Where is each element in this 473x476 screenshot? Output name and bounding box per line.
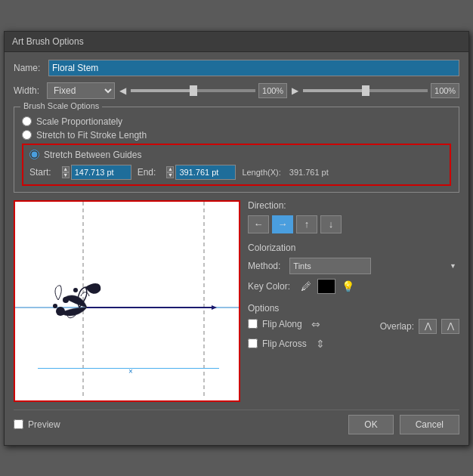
svg-point-10 xyxy=(53,304,57,308)
dir-btn-right[interactable]: → xyxy=(272,215,293,233)
title-text: Art Brush Options xyxy=(12,36,84,47)
radio-stretch-guides-input[interactable] xyxy=(29,150,39,159)
main-content: × xyxy=(14,200,459,402)
radio-stretch-guides-label[interactable]: Stretch Between Guides xyxy=(44,150,141,160)
start-spin-down[interactable]: ▼ xyxy=(62,172,70,178)
stretch-between-guides-box: Stretch Between Guides Start: ▲ ▼ End: xyxy=(22,144,451,186)
colorization-title: Colorization xyxy=(248,243,459,253)
key-color-swatch[interactable] xyxy=(317,279,335,294)
name-row: Name: xyxy=(14,60,459,76)
direction-section: Direction: ← → ↑ ↓ xyxy=(248,200,459,233)
width-slider2[interactable] xyxy=(303,89,428,92)
end-spinbox: ▲ ▼ xyxy=(166,165,236,180)
width-row: Width: Fixed Pressure Velocity Random ◀ … xyxy=(14,82,459,99)
method-row: Method: None Tints Tints and Shades Hue … xyxy=(248,258,459,274)
radio-scale-proportionately: Scale Proportionately xyxy=(22,116,451,127)
dir-btn-down[interactable]: ↓ xyxy=(320,215,342,233)
options-section: Options Flip Along ⇔ Overlap: ⋀ ⋀ xyxy=(248,303,459,354)
slider1-container xyxy=(131,89,255,92)
preview-checkbox[interactable] xyxy=(14,419,23,429)
slider1-thumb[interactable] xyxy=(190,85,197,96)
width-label: Width: xyxy=(14,85,39,96)
direction-label: Direction: xyxy=(248,200,459,211)
preview-area: × xyxy=(14,200,240,402)
cancel-button[interactable]: Cancel xyxy=(400,415,459,434)
preview-check-row: Preview xyxy=(14,419,65,430)
slider2-container xyxy=(303,89,428,92)
dialog-title: Art Brush Options xyxy=(5,32,468,52)
start-spin-up[interactable]: ▲ xyxy=(62,166,70,172)
start-end-row: Start: ▲ ▼ End: ▲ ▼ xyxy=(29,165,444,180)
bottom-bar: Preview OK Cancel xyxy=(14,410,459,437)
flip-across-icon: ⇕ xyxy=(316,338,325,350)
flip-along-checkbox[interactable] xyxy=(248,319,258,329)
width-select[interactable]: Fixed Pressure Velocity Random xyxy=(47,82,115,99)
radio-stretch-fit: Stretch to Fit Stroke Length xyxy=(22,130,451,141)
button-row: OK Cancel xyxy=(348,415,459,434)
direction-buttons: ← → ↑ ↓ xyxy=(248,215,459,233)
overlap-label: Overlap: xyxy=(380,321,414,332)
key-color-row: Key Color: 🖉 💡 xyxy=(248,279,459,294)
width-slider1[interactable] xyxy=(131,89,255,92)
overlap-row: Overlap: ⋀ ⋀ xyxy=(380,319,459,334)
flip-across-checkbox[interactable] xyxy=(248,338,258,348)
radio-stretch-fit-input[interactable] xyxy=(22,130,32,140)
flip-along-checkbox-row: Flip Along ⇔ xyxy=(248,318,320,330)
end-label: End: xyxy=(138,167,156,178)
dir-btn-up[interactable]: ↑ xyxy=(296,215,317,233)
flip-along-icon: ⇔ xyxy=(311,318,320,330)
svg-point-9 xyxy=(73,288,78,292)
art-brush-options-dialog: Art Brush Options Name: Width: Fixed Pre… xyxy=(4,31,469,446)
name-input[interactable] xyxy=(48,60,459,76)
name-label: Name: xyxy=(14,63,44,73)
key-color-label: Key Color: xyxy=(248,281,290,292)
flip-across-checkbox-row: Flip Across ⇕ xyxy=(248,338,459,350)
options-title: Options xyxy=(248,303,459,314)
flip-along-row: Flip Along ⇔ Overlap: ⋀ ⋀ xyxy=(248,318,459,335)
preview-canvas: × xyxy=(15,202,240,398)
end-input[interactable] xyxy=(175,165,236,180)
radio-stretch-fit-label[interactable]: Stretch to Fit Stroke Length xyxy=(36,130,147,141)
radio-stretch-guides: Stretch Between Guides xyxy=(29,150,444,160)
svg-point-7 xyxy=(56,307,65,316)
svg-point-8 xyxy=(63,297,69,303)
overlap-btn1[interactable]: ⋀ xyxy=(419,319,437,334)
end-spin-arrows[interactable]: ▲ ▼ xyxy=(166,166,174,178)
eyedropper-icon[interactable]: 🖉 xyxy=(301,280,311,292)
colorization-section: Colorization Method: None Tints Tints an… xyxy=(248,243,459,294)
radio-scale-proportionately-label[interactable]: Scale Proportionately xyxy=(36,116,122,127)
start-spin-arrows[interactable]: ▲ ▼ xyxy=(62,166,70,178)
brush-scale-title: Brush Scale Options xyxy=(20,101,102,110)
width-pct1-input[interactable] xyxy=(258,83,287,98)
length-label: Length(X): xyxy=(242,168,283,177)
preview-label[interactable]: Preview xyxy=(28,419,60,430)
end-spin-down[interactable]: ▼ xyxy=(166,172,174,178)
start-label: Start: xyxy=(29,167,51,178)
brush-scale-section: Brush Scale Options Scale Proportionatel… xyxy=(14,107,459,193)
slider-right-arrow: ▶ xyxy=(290,85,300,96)
overlap-btn2[interactable]: ⋀ xyxy=(441,319,459,334)
method-select-wrapper: None Tints Tints and Shades Hue Shift xyxy=(289,258,459,274)
right-panel: Direction: ← → ↑ ↓ Colorization Method: xyxy=(248,200,459,402)
slider-left-arrow: ◀ xyxy=(118,85,128,96)
method-select[interactable]: None Tints Tints and Shades Hue Shift xyxy=(289,258,371,274)
radio-group: Scale Proportionately Stretch to Fit Str… xyxy=(22,116,451,186)
tip-icon[interactable]: 💡 xyxy=(342,280,354,292)
dir-btn-left[interactable]: ← xyxy=(248,215,269,233)
flip-across-label[interactable]: Flip Across xyxy=(262,338,307,349)
method-label: Method: xyxy=(248,261,280,271)
slider2-thumb[interactable] xyxy=(362,85,369,96)
length-value: 391.761 pt xyxy=(289,168,329,177)
ok-button[interactable]: OK xyxy=(348,415,393,434)
width-pct2-input[interactable] xyxy=(431,83,459,98)
start-spinbox: ▲ ▼ xyxy=(62,165,131,180)
start-input[interactable] xyxy=(71,165,131,180)
flip-along-label[interactable]: Flip Along xyxy=(262,319,302,329)
svg-text:×: × xyxy=(128,367,133,376)
end-spin-up[interactable]: ▲ xyxy=(166,166,174,172)
radio-scale-proportionately-input[interactable] xyxy=(22,116,32,126)
